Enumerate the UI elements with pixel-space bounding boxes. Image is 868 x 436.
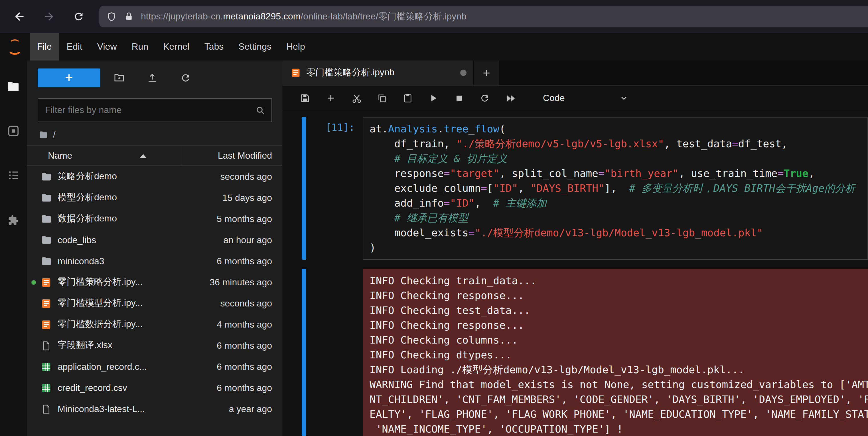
file-row[interactable]: 零门槛数据分析.ipy...4 months ago — [27, 314, 282, 335]
file-row[interactable]: application_record.c...6 months ago — [27, 356, 282, 377]
paste-cells-button[interactable] — [400, 90, 416, 106]
file-row[interactable]: Miniconda3-latest-L...a year ago — [27, 398, 282, 419]
save-icon — [300, 93, 310, 103]
new-folder-button[interactable] — [105, 68, 133, 87]
menu-file[interactable]: File — [30, 33, 59, 60]
file-modified: 6 months ago — [217, 256, 272, 266]
code-editor[interactable]: at.Analysis.tree_flow( df_train, "./策略分析… — [363, 117, 868, 260]
output-line: INFO Checking response... — [370, 288, 861, 303]
sidebar-tab-toc[interactable] — [6, 168, 21, 183]
output-line: INFO Checking columns... — [370, 333, 861, 348]
back-button[interactable] — [8, 5, 31, 28]
shield-icon[interactable] — [106, 11, 117, 22]
plus-icon — [326, 93, 336, 103]
file-icon — [40, 403, 52, 415]
home-folder-icon[interactable] — [39, 130, 48, 139]
sort-ascending-icon — [140, 154, 146, 158]
folder-icon — [40, 255, 52, 267]
menu-bar: FileEditViewRunKernelTabsSettingsHelp — [0, 33, 868, 60]
code-line: ) — [370, 240, 861, 255]
url-bar[interactable]: https://jupyterlab-cn.metanoia8295.com/o… — [99, 6, 868, 27]
running-indicator-empty — [31, 407, 40, 411]
file-modified: a year ago — [229, 404, 272, 414]
restart-kernel-button[interactable] — [477, 90, 493, 106]
plus-icon — [63, 72, 75, 83]
folder-icon — [40, 171, 52, 182]
menu-kernel[interactable]: Kernel — [156, 33, 197, 60]
menu-settings[interactable]: Settings — [231, 33, 279, 60]
file-modified: an hour ago — [223, 235, 272, 245]
cut-cells-button[interactable] — [348, 90, 365, 106]
menu-tabs[interactable]: Tabs — [197, 33, 231, 60]
menu-run[interactable]: Run — [124, 33, 156, 60]
file-list: 策略分析demoseconds ago模型分析demo15 days ago数据… — [27, 166, 282, 436]
output-collapser[interactable] — [302, 269, 306, 436]
lock-icon[interactable] — [124, 11, 134, 22]
refresh-icon — [180, 72, 191, 83]
code-line: model_exists="./模型分析demo/v13-lgb/Model_v… — [370, 226, 861, 240]
running-indicator-empty — [31, 385, 40, 390]
file-row[interactable]: 模型分析demo15 days ago — [27, 187, 282, 208]
file-row[interactable]: credit_record.csv6 months ago — [27, 377, 282, 398]
menu-edit[interactable]: Edit — [59, 33, 90, 60]
file-row[interactable]: 策略分析demoseconds ago — [27, 166, 282, 187]
file-row[interactable]: miniconda36 months ago — [27, 251, 282, 272]
menu-view[interactable]: View — [90, 33, 124, 60]
breadcrumb-root[interactable]: / — [53, 129, 55, 139]
sidebar-tab-files[interactable] — [6, 79, 21, 94]
code-line: df_train, "./策略分析demo/v5-lgb/v5-lgb.xlsx… — [370, 136, 861, 151]
file-name: 零门槛数据分析.ipy... — [58, 318, 212, 330]
cell-collapser[interactable] — [302, 117, 306, 260]
url-scheme-subdomain: https://jupyterlab-cn. — [141, 11, 223, 21]
forward-button[interactable] — [38, 5, 60, 28]
menu-help[interactable]: Help — [279, 33, 312, 60]
new-tab-button[interactable] — [474, 60, 499, 85]
main-work-area: 零门槛策略分析.ipynb — [282, 60, 868, 436]
file-name: miniconda3 — [58, 256, 212, 266]
scissors-icon — [351, 93, 362, 104]
file-icon — [40, 340, 52, 351]
file-row[interactable]: 零门槛模型分析.ipy...seconds ago — [27, 293, 282, 314]
jupyter-logo-mark — [7, 39, 23, 55]
forward-arrow-icon — [43, 10, 55, 23]
interrupt-kernel-button[interactable] — [451, 90, 467, 106]
sidebar-tab-running[interactable] — [6, 123, 21, 138]
filter-files-input[interactable] — [44, 105, 255, 116]
upload-button[interactable] — [138, 68, 166, 87]
reload-button[interactable] — [67, 5, 90, 28]
output-line: INFO Checking dtypes... — [370, 348, 861, 362]
restart-run-all-button[interactable] — [502, 90, 518, 106]
name-column-header[interactable]: Name — [27, 151, 181, 161]
new-launcher-button[interactable] — [38, 68, 100, 87]
file-row[interactable]: 字段翻译.xlsx6 months ago — [27, 335, 282, 356]
file-modified: 5 months ago — [217, 214, 272, 224]
unsaved-changes-indicator[interactable] — [460, 69, 466, 76]
running-indicator-empty — [31, 365, 40, 369]
file-modified: 6 months ago — [217, 383, 272, 393]
file-row[interactable]: 数据分析demo5 months ago — [27, 208, 282, 229]
save-button[interactable] — [297, 90, 313, 106]
add-cell-button[interactable] — [323, 90, 339, 106]
tab-bar: 零门槛策略分析.ipynb — [282, 60, 868, 86]
code-line: # 目标定义 & 切片定义 — [370, 151, 861, 166]
csv-icon — [40, 361, 52, 372]
file-row[interactable]: 零门槛策略分析.ipy...36 minutes ago — [27, 272, 282, 293]
cell-type-dropdown[interactable]: Code — [543, 93, 628, 103]
run-cell-button[interactable] — [426, 90, 441, 106]
refresh-button[interactable] — [171, 68, 199, 87]
browser-toolbar: https://jupyterlab-cn.metanoia8295.com/o… — [0, 0, 868, 33]
file-modified: 15 days ago — [222, 193, 272, 203]
output-prompt — [306, 269, 363, 436]
modified-column-header[interactable]: Last Modified — [181, 146, 282, 166]
copy-cells-button[interactable] — [374, 90, 390, 106]
file-name: 零门槛模型分析.ipy... — [58, 297, 216, 309]
code-cell: [11]: at.Analysis.tree_flow( df_train, "… — [302, 117, 868, 260]
running-indicator-empty — [31, 343, 40, 348]
folder-icon — [40, 192, 52, 203]
file-modified: 4 months ago — [217, 319, 272, 329]
output-line: INFO Checking train_data... — [370, 273, 861, 288]
notebook-tab[interactable]: 零门槛策略分析.ipynb — [282, 60, 473, 85]
cell-output: INFO Checking train_data...INFO Checking… — [363, 269, 868, 436]
sidebar-tab-extensions[interactable] — [6, 212, 21, 227]
file-row[interactable]: code_libsan hour ago — [27, 229, 282, 251]
